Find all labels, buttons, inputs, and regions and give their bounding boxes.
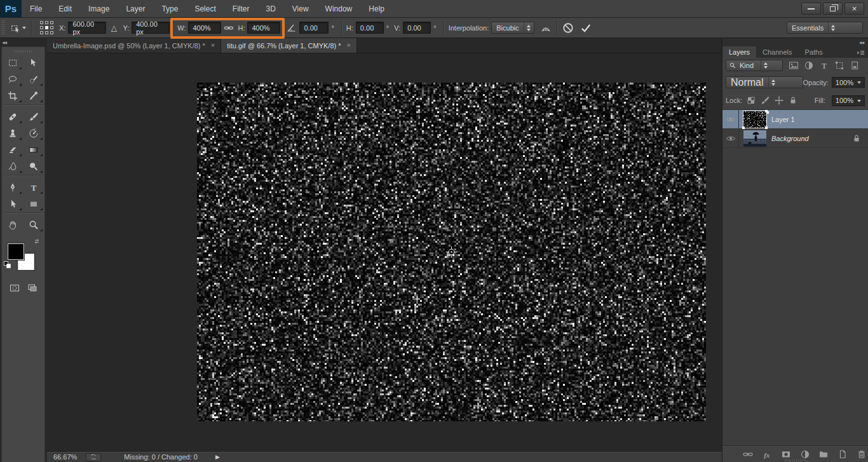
rotate-angle-button[interactable]: [285, 21, 298, 35]
eraser-tool[interactable]: [3, 142, 24, 158]
maintain-aspect-ratio-button[interactable]: [222, 21, 235, 35]
smudge-tool[interactable]: [3, 158, 24, 175]
collapse-toolbar-control[interactable]: ◀◀: [0, 38, 47, 46]
path-selection-tool[interactable]: [3, 196, 24, 212]
opacity-input[interactable]: 100%: [832, 77, 865, 88]
menu-item-layer[interactable]: Layer: [118, 0, 153, 18]
menu-item-window[interactable]: Window: [317, 0, 361, 18]
menu-item-image[interactable]: Image: [80, 0, 118, 18]
cancel-transform-button[interactable]: [562, 21, 574, 35]
panel-tab-channels[interactable]: Channels: [756, 46, 798, 58]
menu-item-select[interactable]: Select: [186, 0, 224, 18]
layer-name[interactable]: Layer 1: [771, 116, 868, 123]
interpolation-select[interactable]: Bicubic: [491, 22, 534, 34]
default-colors-button[interactable]: [4, 261, 11, 269]
link-layers-button[interactable]: [742, 449, 754, 460]
layer-row-background[interactable]: Background: [722, 129, 868, 148]
pixel-layer-filter-button[interactable]: [788, 60, 799, 71]
height-scale-input[interactable]: 400%: [247, 22, 280, 34]
panel-tab-layers[interactable]: Layers: [722, 46, 756, 58]
quick-selection-tool[interactable]: [24, 71, 44, 88]
tab-close-icon[interactable]: ×: [347, 42, 351, 49]
foreground-color-swatch[interactable]: [8, 243, 24, 260]
lock-transparent-pixels-button[interactable]: [745, 95, 756, 105]
gradient-tool[interactable]: [24, 142, 44, 158]
layers-panel-menu-icon[interactable]: [856, 46, 868, 58]
status-menu-arrow-icon[interactable]: ▶: [215, 454, 220, 460]
crop-tool[interactable]: [3, 88, 24, 104]
panel-tab-paths[interactable]: Paths: [799, 46, 829, 58]
lock-image-pixels-button[interactable]: [759, 95, 770, 105]
layer-thumbnail[interactable]: [743, 130, 766, 147]
move-tool[interactable]: [24, 55, 44, 71]
lock-all-button[interactable]: [787, 95, 798, 105]
rectangle-shape-tool[interactable]: [24, 196, 44, 212]
spot-healing-brush-tool[interactable]: [3, 109, 24, 125]
menu-item-filter[interactable]: Filter: [224, 0, 258, 18]
rectangular-marquee-tool[interactable]: [3, 55, 24, 71]
canvas-area[interactable]: [47, 53, 722, 451]
add-layer-mask-button[interactable]: [780, 449, 792, 460]
filter-kind-select[interactable]: Kind: [726, 60, 783, 71]
toolbar-gripper[interactable]: [14, 48, 33, 54]
fill-input[interactable]: 100%: [832, 95, 865, 106]
swap-colors-button[interactable]: [32, 238, 42, 246]
x-position-input[interactable]: 600.00 px: [68, 22, 106, 34]
layer-visibility-toggle[interactable]: [722, 129, 739, 147]
shape-layer-filter-button[interactable]: [834, 60, 845, 71]
relative-positioning-button[interactable]: △: [107, 21, 120, 35]
workspace-switcher[interactable]: Essentials: [787, 22, 863, 34]
document-tab-0[interactable]: Umbrella-Image.psd @ 50% (Layer 1, CMYK/…: [47, 38, 221, 53]
menu-item-3d[interactable]: 3D: [257, 0, 283, 18]
brush-tool[interactable]: [24, 109, 44, 125]
eyedropper-tool[interactable]: [24, 88, 44, 104]
new-group-button[interactable]: [817, 449, 830, 460]
smart-object-filter-button[interactable]: [849, 60, 860, 71]
quick-mask-button[interactable]: [9, 283, 20, 293]
screen-mode-button[interactable]: [27, 283, 38, 293]
horizontal-skew-input[interactable]: 0.00: [356, 22, 384, 34]
options-bar-gripper[interactable]: [1, 20, 5, 36]
sync-status-button[interactable]: [86, 453, 101, 461]
layer-row-layer-1[interactable]: Layer 1: [722, 110, 868, 129]
warp-mode-toggle-button[interactable]: [539, 21, 552, 35]
document-tab-1[interactable]: titu.gif @ 66.7% (Layer 1, CMYK/8) *×: [221, 38, 357, 53]
menu-item-edit[interactable]: Edit: [50, 0, 80, 18]
restore-button[interactable]: [823, 3, 843, 15]
menu-item-help[interactable]: Help: [360, 0, 393, 18]
menu-item-file[interactable]: File: [22, 0, 50, 18]
width-scale-input[interactable]: 400%: [188, 22, 221, 34]
canvas-image[interactable]: [197, 83, 706, 421]
panel-resize-gripper[interactable]: [785, 459, 806, 461]
type-layer-filter-button[interactable]: T: [818, 60, 830, 71]
lasso-tool[interactable]: [3, 71, 24, 88]
add-layer-style-button[interactable]: fx: [761, 449, 773, 460]
tab-close-icon[interactable]: ×: [211, 42, 215, 49]
pen-tool[interactable]: [3, 179, 24, 196]
adjustment-layer-filter-button[interactable]: [803, 60, 815, 71]
transform-tool-preset-button[interactable]: [8, 20, 29, 36]
history-brush-tool[interactable]: [24, 125, 44, 142]
reference-point-locator[interactable]: [40, 21, 53, 34]
vertical-skew-input[interactable]: 0.00: [403, 22, 431, 34]
layer-thumbnail[interactable]: [743, 111, 766, 128]
menu-item-type[interactable]: Type: [153, 0, 186, 18]
commit-transform-button[interactable]: [580, 21, 592, 35]
delete-layer-button[interactable]: [855, 449, 868, 460]
dodge-tool[interactable]: [24, 158, 44, 175]
minimize-button[interactable]: [801, 3, 821, 15]
layer-name[interactable]: Background: [771, 135, 851, 142]
y-position-input[interactable]: 400.00 px: [132, 22, 170, 34]
zoom-level-field[interactable]: 66.67%: [53, 453, 77, 461]
menu-item-view[interactable]: View: [284, 0, 317, 18]
new-layer-button[interactable]: [836, 449, 849, 460]
horizontal-type-tool[interactable]: T: [24, 179, 44, 196]
lock-position-button[interactable]: [773, 95, 784, 105]
zoom-tool[interactable]: [24, 217, 44, 233]
close-button[interactable]: ×: [844, 3, 864, 15]
blend-mode-select[interactable]: Normal: [726, 76, 803, 88]
new-adjustment-layer-button[interactable]: [799, 449, 811, 460]
hand-tool[interactable]: [3, 217, 24, 233]
collapse-panels-control[interactable]: ◀◀: [722, 38, 868, 46]
layer-visibility-toggle[interactable]: [722, 110, 739, 128]
